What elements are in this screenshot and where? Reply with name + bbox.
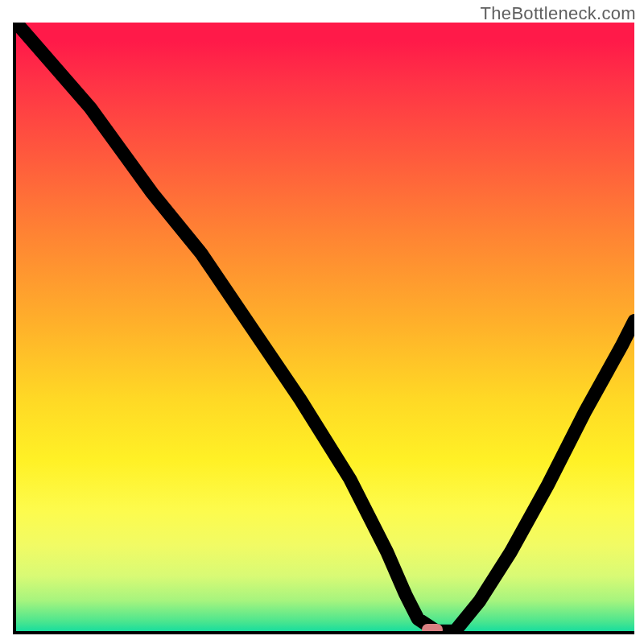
chart-frame: TheBottleneck.com: [0, 0, 644, 644]
plot-area: [13, 23, 634, 634]
curve-svg: [16, 23, 634, 631]
bottleneck-curve: [16, 23, 634, 631]
watermark-text: TheBottleneck.com: [481, 3, 636, 24]
optimal-point-marker: [422, 624, 443, 634]
